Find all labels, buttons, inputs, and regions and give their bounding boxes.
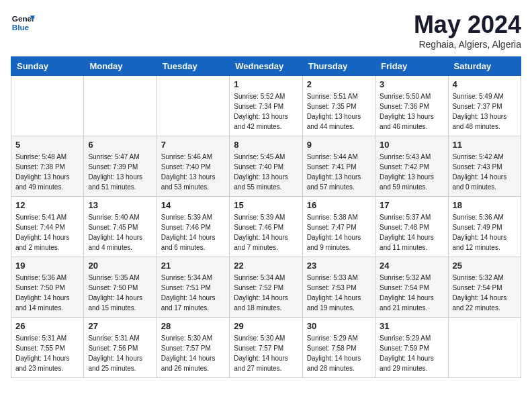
day-number: 24 [380,261,443,271]
day-number: 2 [307,79,371,89]
logo-icon: General Blue [11,11,35,35]
page-header: General Blue May 2024 Reghaia, Algiers, … [11,11,521,50]
calendar-cell: 26Sunrise: 5:31 AM Sunset: 7:55 PM Dayli… [11,318,84,378]
day-info: Sunrise: 5:35 AM Sunset: 7:50 PM Dayligh… [88,273,152,313]
day-header-monday: Monday [84,57,157,76]
svg-text:General: General [12,14,35,23]
calendar-cell: 15Sunrise: 5:39 AM Sunset: 7:46 PM Dayli… [230,197,302,257]
calendar-week-row: 26Sunrise: 5:31 AM Sunset: 7:55 PM Dayli… [11,318,521,378]
calendar-cell: 30Sunrise: 5:29 AM Sunset: 7:58 PM Dayli… [302,318,375,378]
day-info: Sunrise: 5:36 AM Sunset: 7:50 PM Dayligh… [15,273,79,313]
calendar-cell: 21Sunrise: 5:34 AM Sunset: 7:51 PM Dayli… [157,257,229,318]
calendar-cell: 25Sunrise: 5:32 AM Sunset: 7:54 PM Dayli… [448,257,521,318]
calendar-cell: 13Sunrise: 5:40 AM Sunset: 7:45 PM Dayli… [84,197,157,257]
day-info: Sunrise: 5:31 AM Sunset: 7:56 PM Dayligh… [88,333,152,373]
day-info: Sunrise: 5:39 AM Sunset: 7:46 PM Dayligh… [234,212,298,253]
day-number: 11 [453,140,517,150]
calendar-cell: 9Sunrise: 5:44 AM Sunset: 7:41 PM Daylig… [302,136,375,197]
calendar-cell: 2Sunrise: 5:51 AM Sunset: 7:35 PM Daylig… [302,76,375,136]
day-info: Sunrise: 5:39 AM Sunset: 7:46 PM Dayligh… [161,212,225,253]
day-info: Sunrise: 5:29 AM Sunset: 7:58 PM Dayligh… [307,333,371,373]
day-number: 10 [380,140,443,150]
day-number: 25 [453,261,517,271]
day-number: 16 [307,200,371,210]
day-number: 23 [307,261,371,271]
calendar-cell: 20Sunrise: 5:35 AM Sunset: 7:50 PM Dayli… [84,257,157,318]
day-info: Sunrise: 5:31 AM Sunset: 7:55 PM Dayligh… [15,333,79,373]
day-number: 19 [15,261,79,271]
day-number: 20 [88,261,152,271]
day-number: 17 [380,200,443,210]
day-info: Sunrise: 5:29 AM Sunset: 7:59 PM Dayligh… [380,333,443,373]
day-number: 28 [161,321,225,331]
day-number: 30 [307,321,371,331]
day-number: 4 [453,79,517,89]
calendar-cell [157,76,229,136]
calendar-cell: 23Sunrise: 5:33 AM Sunset: 7:53 PM Dayli… [302,257,375,318]
day-info: Sunrise: 5:51 AM Sunset: 7:35 PM Dayligh… [307,91,371,132]
day-header-wednesday: Wednesday [230,57,302,76]
day-info: Sunrise: 5:50 AM Sunset: 7:36 PM Dayligh… [380,91,443,132]
day-number: 13 [88,200,152,210]
calendar-cell: 7Sunrise: 5:46 AM Sunset: 7:40 PM Daylig… [157,136,229,197]
calendar-cell: 22Sunrise: 5:34 AM Sunset: 7:52 PM Dayli… [230,257,302,318]
day-info: Sunrise: 5:32 AM Sunset: 7:54 PM Dayligh… [380,273,443,313]
calendar-cell [84,76,157,136]
day-info: Sunrise: 5:32 AM Sunset: 7:54 PM Dayligh… [453,273,517,313]
day-header-thursday: Thursday [302,57,375,76]
location-subtitle: Reghaia, Algiers, Algeria [414,39,521,50]
day-number: 9 [307,140,371,150]
calendar-week-row: 1Sunrise: 5:52 AM Sunset: 7:34 PM Daylig… [11,76,521,136]
day-number: 3 [380,79,443,89]
calendar-cell: 18Sunrise: 5:36 AM Sunset: 7:49 PM Dayli… [448,197,521,257]
day-header-friday: Friday [375,57,448,76]
calendar-cell: 14Sunrise: 5:39 AM Sunset: 7:46 PM Dayli… [157,197,229,257]
calendar-cell: 24Sunrise: 5:32 AM Sunset: 7:54 PM Dayli… [375,257,448,318]
logo: General Blue [11,11,35,35]
calendar-cell: 16Sunrise: 5:38 AM Sunset: 7:47 PM Dayli… [302,197,375,257]
calendar-cell: 12Sunrise: 5:41 AM Sunset: 7:44 PM Dayli… [11,197,84,257]
day-header-saturday: Saturday [448,57,521,76]
calendar-cell: 31Sunrise: 5:29 AM Sunset: 7:59 PM Dayli… [375,318,448,378]
calendar-cell: 27Sunrise: 5:31 AM Sunset: 7:56 PM Dayli… [84,318,157,378]
day-info: Sunrise: 5:46 AM Sunset: 7:40 PM Dayligh… [161,152,225,192]
day-number: 27 [88,321,152,331]
day-number: 18 [453,200,517,210]
calendar-cell: 6Sunrise: 5:47 AM Sunset: 7:39 PM Daylig… [84,136,157,197]
calendar-cell: 17Sunrise: 5:37 AM Sunset: 7:48 PM Dayli… [375,197,448,257]
calendar-week-row: 12Sunrise: 5:41 AM Sunset: 7:44 PM Dayli… [11,197,521,257]
calendar-table: SundayMondayTuesdayWednesdayThursdayFrid… [11,56,521,378]
day-info: Sunrise: 5:34 AM Sunset: 7:52 PM Dayligh… [234,273,298,313]
day-info: Sunrise: 5:49 AM Sunset: 7:37 PM Dayligh… [453,91,517,132]
calendar-cell: 1Sunrise: 5:52 AM Sunset: 7:34 PM Daylig… [230,76,302,136]
day-info: Sunrise: 5:33 AM Sunset: 7:53 PM Dayligh… [307,273,371,313]
day-number: 7 [161,140,225,150]
day-number: 14 [161,200,225,210]
day-header-tuesday: Tuesday [157,57,229,76]
day-number: 29 [234,321,298,331]
svg-text:Blue: Blue [12,23,30,32]
day-info: Sunrise: 5:41 AM Sunset: 7:44 PM Dayligh… [15,212,79,253]
day-info: Sunrise: 5:38 AM Sunset: 7:47 PM Dayligh… [307,212,371,253]
day-number: 5 [15,140,79,150]
day-info: Sunrise: 5:36 AM Sunset: 7:49 PM Dayligh… [453,212,517,253]
calendar-week-row: 19Sunrise: 5:36 AM Sunset: 7:50 PM Dayli… [11,257,521,318]
calendar-cell: 28Sunrise: 5:30 AM Sunset: 7:57 PM Dayli… [157,318,229,378]
calendar-cell: 5Sunrise: 5:48 AM Sunset: 7:38 PM Daylig… [11,136,84,197]
day-number: 31 [380,321,443,331]
calendar-cell: 10Sunrise: 5:43 AM Sunset: 7:42 PM Dayli… [375,136,448,197]
day-info: Sunrise: 5:30 AM Sunset: 7:57 PM Dayligh… [161,333,225,373]
calendar-cell: 3Sunrise: 5:50 AM Sunset: 7:36 PM Daylig… [375,76,448,136]
day-info: Sunrise: 5:30 AM Sunset: 7:57 PM Dayligh… [234,333,298,373]
calendar-cell [11,76,84,136]
title-area: May 2024 Reghaia, Algiers, Algeria [414,11,521,50]
day-number: 6 [88,140,152,150]
day-number: 26 [15,321,79,331]
day-number: 1 [234,79,298,89]
day-number: 22 [234,261,298,271]
day-number: 21 [161,261,225,271]
day-info: Sunrise: 5:48 AM Sunset: 7:38 PM Dayligh… [15,152,79,192]
day-info: Sunrise: 5:52 AM Sunset: 7:34 PM Dayligh… [234,91,298,132]
day-info: Sunrise: 5:47 AM Sunset: 7:39 PM Dayligh… [88,152,152,192]
calendar-cell [448,318,521,378]
